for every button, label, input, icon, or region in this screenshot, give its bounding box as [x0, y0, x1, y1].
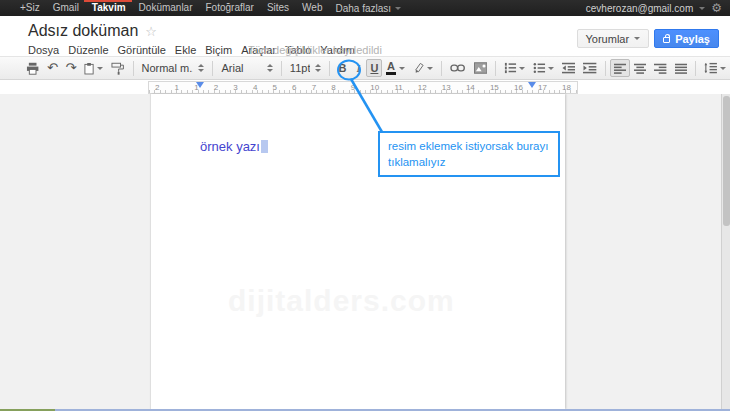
ruler-number: 13	[442, 83, 451, 92]
topbar-nav-item[interactable]: Gmail	[53, 0, 79, 16]
star-icon[interactable]: ☆	[145, 24, 157, 39]
ruler[interactable]: 21123456789101112131415161718	[148, 81, 578, 94]
web-clipboard-button[interactable]	[80, 59, 107, 77]
menu-item[interactable]: Düzenle	[68, 44, 108, 56]
ruler-number: 14	[466, 83, 475, 92]
menu-item[interactable]: Biçim	[205, 44, 232, 56]
share-button[interactable]: Paylaş	[654, 29, 719, 48]
lock-icon	[663, 37, 670, 43]
gear-icon[interactable]: ⚙	[711, 1, 722, 15]
toolbar-separator	[495, 61, 496, 76]
bulleted-list-chevron-down-icon	[548, 67, 554, 70]
save-status: Tüm değişiklikler kaydedildi	[248, 44, 382, 56]
redo-button[interactable]: ↷	[62, 59, 80, 77]
paint-format-button[interactable]	[107, 59, 128, 77]
line-spacing-chevron-down-icon	[720, 67, 726, 70]
topbar-nav-item[interactable]: Sites	[267, 0, 289, 16]
ruler-number: 3	[233, 83, 237, 92]
increase-indent-button[interactable]	[579, 59, 600, 77]
font-size-dropdown[interactable]: 11pt	[286, 62, 326, 74]
ruler-number: 9	[351, 83, 355, 92]
document-title[interactable]: Adsız doküman	[28, 22, 138, 40]
document-header: Adsız doküman ☆ DosyaDüzenleGörüntüleEkl…	[0, 16, 730, 56]
scrollbar-thumb[interactable]	[723, 96, 730, 226]
highlight-color-button[interactable]	[409, 59, 438, 77]
toolbar-separator	[441, 61, 442, 76]
ruler-number: 18	[562, 83, 571, 92]
toolbar-separator	[329, 61, 330, 76]
toolbar-separator	[695, 61, 696, 76]
chevron-down-icon	[395, 7, 401, 10]
toolbar-separator	[281, 61, 282, 76]
account-email[interactable]: cevherozan@gmail.com	[586, 3, 693, 14]
watermark-text: dijitalders.com	[228, 284, 455, 318]
account-chevron-down-icon	[699, 7, 705, 10]
undo-button[interactable]: ↶	[43, 59, 61, 77]
italic-button[interactable]: I	[350, 59, 366, 77]
google-products-nav: +SizGmailTakvimDokümanlarFotoğraflarSite…	[0, 0, 323, 16]
toolbar-separator	[605, 61, 606, 76]
align-left-button[interactable]	[610, 59, 630, 77]
left-indent-marker[interactable]	[196, 82, 204, 88]
google-docs-window: +SizGmailTakvimDokümanlarFotoğraflarSite…	[0, 0, 730, 411]
right-indent-marker[interactable]	[528, 82, 536, 88]
menu-item[interactable]: Görüntüle	[118, 44, 166, 56]
align-justify-button[interactable]	[671, 59, 691, 77]
paragraph-style-dropdown[interactable]: Normal m...	[137, 62, 208, 74]
text-color-chevron-down-icon	[399, 67, 405, 70]
insert-link-button[interactable]	[446, 59, 469, 77]
ruler-number: 4	[253, 83, 257, 92]
ruler-number: 16	[514, 83, 523, 92]
underline-button[interactable]: U	[366, 59, 382, 77]
ruler-number: 15	[490, 83, 499, 92]
paragraph-style-value: Normal m...	[141, 62, 193, 74]
toolbar-separator	[133, 61, 134, 76]
topbar-nav-item[interactable]: Web	[302, 0, 322, 16]
font-family-dropdown[interactable]: Arial	[217, 62, 276, 74]
topbar-nav-item[interactable]: Fotoğraflar	[206, 0, 254, 16]
toolbar-separator	[212, 61, 213, 76]
google-top-bar: +SizGmailTakvimDokümanlarFotoğraflarSite…	[0, 0, 730, 16]
bulleted-list-button[interactable]	[529, 59, 558, 77]
annotation-text: resim eklemek istiyorsak burayı tıklamal…	[388, 140, 548, 168]
updown-icon	[267, 64, 273, 72]
ruler-number: 6	[292, 83, 296, 92]
editor-toolbar: ↶ ↷ Normal m... Arial 11pt B I U A	[0, 56, 730, 80]
topbar-nav-item[interactable]: Dokümanlar	[139, 0, 193, 16]
share-label: Paylaş	[675, 33, 710, 45]
ruler-number: 11	[394, 83, 402, 92]
more-label: Daha fazlası	[336, 3, 392, 14]
ruler-number: 2	[214, 83, 218, 92]
line-spacing-button[interactable]	[700, 59, 730, 77]
topbar-more-menu[interactable]: Daha fazlası	[336, 3, 402, 14]
document-canvas-area: örnek yazı dijitalders.com	[0, 94, 730, 409]
insert-image-button[interactable]	[470, 59, 491, 77]
topbar-nav-item[interactable]: Takvim	[92, 0, 126, 16]
decrease-indent-button[interactable]	[558, 59, 579, 77]
active-product-indicator	[84, 0, 132, 2]
bold-button[interactable]: B	[334, 59, 350, 77]
ruler-number: 17	[538, 83, 547, 92]
align-right-button[interactable]	[650, 59, 670, 77]
document-text: örnek yazı	[200, 139, 260, 154]
updown-icon	[198, 64, 204, 72]
print-button[interactable]	[22, 59, 43, 77]
comments-button[interactable]: Yorumlar	[577, 29, 650, 48]
align-center-button[interactable]	[630, 59, 650, 77]
menu-item[interactable]: Dosya	[28, 44, 59, 56]
menu-item[interactable]: Ekle	[175, 44, 196, 56]
numbered-list-chevron-down-icon	[519, 67, 525, 70]
ruler-number: 2	[155, 83, 159, 92]
updown-icon	[315, 64, 321, 72]
ruler-number: 1	[175, 83, 179, 92]
ruler-number: 10	[370, 83, 379, 92]
ruler-number: 12	[418, 83, 427, 92]
ruler-number: 7	[312, 83, 316, 92]
topbar-nav-item[interactable]: +Siz	[20, 0, 40, 16]
ruler-number: 5	[272, 83, 276, 92]
document-text-line[interactable]: örnek yazı	[200, 139, 268, 154]
numbered-list-button[interactable]	[500, 59, 529, 77]
text-color-button[interactable]: A	[382, 59, 408, 77]
vertical-scrollbar[interactable]	[721, 94, 730, 409]
web-clipboard-chevron-down-icon	[97, 67, 103, 70]
